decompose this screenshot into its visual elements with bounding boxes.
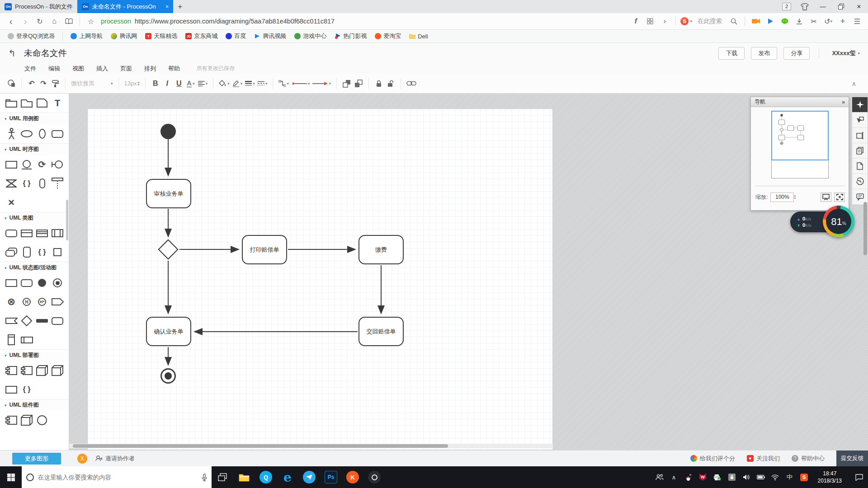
memory-usage-gauge[interactable]: 81%: [823, 206, 854, 237]
speaker-tray-icon[interactable]: [741, 472, 752, 483]
new-tab-button[interactable]: +: [173, 0, 187, 13]
shape-folder-tab[interactable]: [19, 96, 34, 110]
canvas-horizontal-scrollbar[interactable]: [69, 444, 553, 448]
sidebar-section-uml-state-activity[interactable]: ▾UML 状态图/活动图: [0, 262, 69, 273]
shape-rounded-rect[interactable]: [4, 226, 19, 240]
bold-button[interactable]: B: [150, 77, 161, 90]
sidebar-section-uml-sequence[interactable]: ▾UML 时序图: [0, 143, 69, 155]
document-title[interactable]: 未命名文件: [24, 47, 67, 59]
shape-constraint-braces[interactable]: { }: [19, 177, 34, 190]
screen-record-button[interactable]: [750, 15, 762, 27]
shape-folder[interactable]: [4, 96, 19, 110]
underline-button[interactable]: U: [173, 77, 185, 90]
help-center-button[interactable]: ? 帮助中心: [792, 455, 825, 463]
rate-us-button[interactable]: 给我们评个分: [690, 455, 735, 463]
download-button[interactable]: 下载: [718, 47, 745, 60]
shape-rect[interactable]: [4, 158, 19, 171]
font-size-select[interactable]: 13px ▴▾: [123, 77, 141, 90]
canvas-page[interactable]: 审核业务单 打印赔偿单 缴费 确认业务单 交回赔偿单: [87, 108, 553, 450]
qq-penguin-tray-icon[interactable]: [683, 472, 694, 483]
shape-ellipse[interactable]: [19, 127, 34, 141]
quick-launch-button[interactable]: f: [629, 15, 642, 27]
minimap-viewport[interactable]: [771, 111, 829, 160]
shape-square[interactable]: [50, 245, 65, 259]
menu-file[interactable]: 文件: [24, 65, 36, 73]
activity-node[interactable]: 打印赔偿单: [242, 235, 287, 264]
line-width-button[interactable]: ▾: [244, 77, 256, 90]
activity-node[interactable]: 交回赔偿单: [359, 317, 404, 346]
shape-shallow-history[interactable]: H: [19, 295, 34, 309]
lock-button[interactable]: [373, 77, 385, 90]
shape-vertical-ellipse[interactable]: [34, 127, 50, 141]
sidebar-section-uml-class[interactable]: ▾UML 类图: [0, 212, 69, 224]
new-page-tool-button[interactable]: [852, 159, 868, 174]
fn-lock-tray-icon[interactable]: [726, 472, 737, 483]
shape-deep-history[interactable]: H*: [34, 295, 50, 309]
font-color-button[interactable]: A▾: [185, 77, 197, 90]
app-icon-edge[interactable]: e: [277, 466, 298, 488]
shape-horizontal-partition[interactable]: [19, 333, 34, 347]
send-to-back-button[interactable]: [353, 77, 364, 90]
shape-delete-x[interactable]: ×: [4, 196, 19, 209]
wechat-plugin-button[interactable]: [778, 15, 791, 27]
shape-text[interactable]: T: [50, 96, 65, 110]
shape-interface-circle[interactable]: [34, 413, 50, 427]
expand-toolbar-button[interactable]: ›: [658, 15, 671, 27]
shape-note[interactable]: [34, 96, 50, 110]
line-end-style-button[interactable]: ▾: [311, 77, 332, 90]
insert-link-button[interactable]: [405, 77, 418, 90]
battery-tray-icon[interactable]: [755, 472, 766, 483]
bookmark-game-center[interactable]: 游戏中心: [291, 31, 330, 41]
shape-node-3d[interactable]: [19, 413, 34, 427]
browser-menu-button[interactable]: ☰: [851, 15, 863, 27]
page-scrollbar-thumb[interactable]: [863, 202, 867, 255]
bookmark-baidu[interactable]: 百度: [222, 31, 249, 41]
forward-button[interactable]: ›: [19, 15, 32, 27]
bookmark-dell-folder[interactable]: Dell: [406, 31, 431, 41]
theme-skin-button[interactable]: [796, 0, 814, 13]
follow-us-button[interactable]: ♥ 关注我们: [747, 455, 780, 463]
home-button[interactable]: ⌂: [48, 15, 61, 27]
shape-vertical-partition[interactable]: [4, 333, 19, 347]
apps-grid-button[interactable]: [644, 15, 656, 27]
app-icon-qq[interactable]: Q: [255, 466, 277, 488]
italic-button[interactable]: I: [161, 77, 173, 90]
download-button[interactable]: [793, 15, 806, 27]
navigator-tool-button[interactable]: [852, 97, 868, 113]
video-plugin-button[interactable]: [764, 15, 777, 27]
style-tool-button[interactable]: [852, 113, 868, 128]
tray-expand-button[interactable]: ∧: [669, 472, 679, 483]
search-here-hint[interactable]: 在此搜索: [698, 17, 722, 25]
unlock-button[interactable]: [385, 77, 396, 90]
sidebar-section-uml-usecase[interactable]: ▾UML 用例图: [0, 113, 69, 124]
sidebar-section-uml-deployment[interactable]: ▾UML 部署图: [0, 349, 69, 361]
more-shapes-button[interactable]: 更多图形: [12, 453, 61, 465]
screenshot-button[interactable]: ✂: [807, 15, 820, 27]
zoom-spinner[interactable]: ▴▾: [794, 194, 796, 200]
invite-collaborator-button[interactable]: 邀请协作者: [95, 455, 135, 463]
sogou-search-engine-button[interactable]: S ▾: [680, 17, 692, 25]
bookmark-qq-login[interactable]: 登录QQ浏览器: [5, 31, 58, 41]
tab-count-badge[interactable]: 2: [778, 0, 796, 13]
url-field[interactable]: processon https://www.processon.com/diag…: [99, 18, 627, 25]
shape-node-3d[interactable]: [34, 364, 50, 377]
shape-artifact-rect[interactable]: [4, 383, 19, 396]
minimap-thumbnail[interactable]: [771, 111, 829, 178]
shape-class-two[interactable]: [19, 226, 34, 240]
bookmark-navigation[interactable]: 上网导航: [67, 31, 106, 41]
search-button[interactable]: [727, 15, 740, 27]
menu-page[interactable]: 页面: [120, 65, 132, 73]
undo-button[interactable]: ↶: [26, 77, 38, 90]
shape-braces[interactable]: { }: [34, 245, 50, 259]
action-center-button[interactable]: [850, 472, 868, 483]
menu-edit[interactable]: 编辑: [48, 65, 60, 73]
shape-package[interactable]: [4, 245, 19, 259]
scrollbar-thumb[interactable]: [73, 444, 448, 448]
app-icon-camera[interactable]: [363, 466, 385, 488]
menu-view[interactable]: 视图: [72, 65, 84, 73]
people-tray-icon[interactable]: [654, 472, 665, 483]
shape-boundary[interactable]: [50, 158, 65, 171]
format-painter-button[interactable]: [49, 77, 61, 90]
task-view-button[interactable]: [212, 466, 233, 488]
shape-braces[interactable]: { }: [19, 383, 34, 396]
